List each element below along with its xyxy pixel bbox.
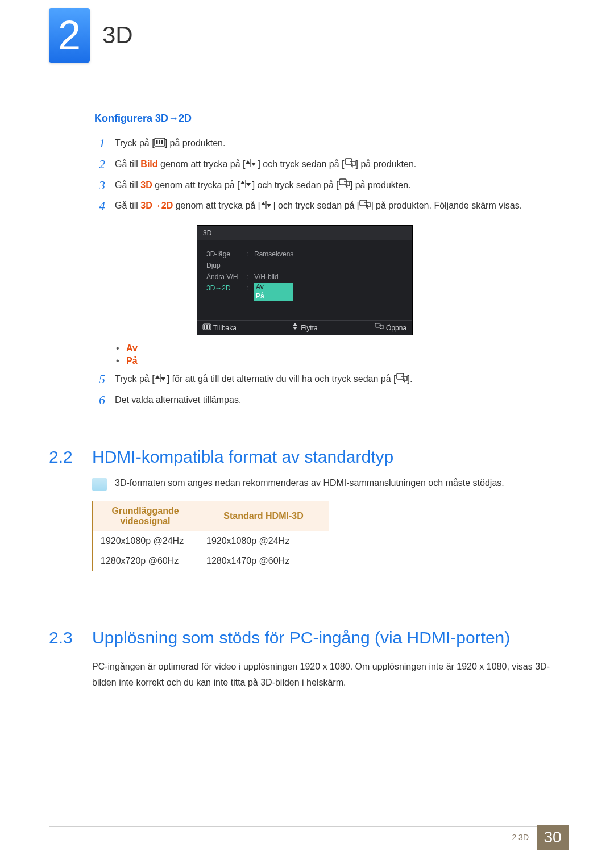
step-number: 3 — [99, 178, 115, 193]
section-title: Upplösning som stöds för PC-ingång (via … — [92, 628, 510, 647]
svg-rect-10 — [209, 325, 210, 329]
svg-rect-3 — [161, 140, 163, 144]
osd-option: På — [254, 292, 293, 301]
bullet-label: På — [126, 356, 138, 366]
osd-footer-back: Tillbaka — [203, 323, 271, 332]
osd-row: Ändra V/H:V/H-bild — [206, 271, 403, 283]
table-header: Standard HDMI-3D — [198, 501, 329, 531]
page-number: 30 — [537, 825, 569, 850]
up-down-arrows-icon — [260, 198, 273, 213]
text: Gå till — [115, 159, 140, 169]
svg-rect-8 — [204, 325, 205, 329]
svg-rect-9 — [206, 325, 208, 329]
step-number: 4 — [99, 198, 115, 214]
footer-section-label: 2 3D — [512, 833, 529, 842]
text: ] på produkten. — [165, 138, 226, 148]
bullet-dot: • — [116, 356, 126, 366]
text: genom att trycka på [ — [158, 159, 246, 169]
table-row: 1920x1080p @24Hz 1920x1080p @24Hz — [93, 531, 329, 551]
step-3: 3 Gå till 3D genom att trycka på [] och … — [99, 178, 561, 193]
menu-icon — [203, 323, 211, 331]
subheading: Konfigurera 3D→2D — [94, 113, 561, 124]
section-number: 2.3 — [49, 628, 92, 647]
step-number: 5 — [99, 372, 115, 387]
text: ] på produkten. — [356, 159, 417, 169]
up-down-arrows-icon — [240, 177, 252, 192]
osd-row: 3D→2D: Av På — [206, 283, 403, 301]
osd-row: Djup — [206, 260, 403, 271]
table-row: 1280x720p @60Hz 1280x1470p @60Hz — [93, 551, 329, 571]
text: ] för att gå till det alternativ du vill… — [167, 374, 396, 384]
osd-label: Djup — [206, 260, 246, 271]
up-down-arrows-icon — [155, 372, 167, 387]
page-content: Konfigurera 3D→2D 1 Tryck på [] på produ… — [49, 102, 561, 701]
page: 2 3D Konfigurera 3D→2D 1 Tryck på [] på … — [0, 0, 614, 868]
enter-icon — [339, 177, 350, 192]
hdmi-format-table: Grundläggande videosignal Standard HDMI-… — [92, 501, 329, 571]
text: ]. — [408, 374, 413, 384]
text: genom att trycka på [ — [173, 201, 260, 210]
text: ] på produkten. — [350, 180, 411, 190]
step-2: 2 Gå till Bild genom att trycka på [] oc… — [99, 157, 561, 172]
table-cell: 1920x1080p @24Hz — [198, 531, 329, 551]
section-heading-2-2: 2.2 HDMI-kompatibla format av standardty… — [49, 447, 561, 467]
paragraph: PC-ingången är optimerad för video i upp… — [92, 659, 561, 691]
table-cell: 1280x720p @60Hz — [93, 551, 198, 571]
step-4: 4 Gå till 3D→2D genom att trycka på [] o… — [99, 198, 561, 214]
text: genom att trycka på [ — [152, 180, 240, 190]
osd-body: 3D-läge:Ramsekvens Djup Ändra V/H:V/H-bi… — [197, 240, 412, 320]
step-body: Gå till Bild genom att trycka på [] och … — [115, 157, 416, 172]
text: Gå till — [115, 201, 140, 210]
text: ] och tryck sedan på [ — [258, 159, 344, 169]
bullet-label: Av — [126, 343, 138, 354]
bold-text: Bild — [140, 159, 157, 169]
note-text: 3D-formaten som anges nedan rekommendera… — [115, 478, 504, 488]
osd-option-selected: Av — [254, 283, 293, 292]
table-header: Grundläggande videosignal — [93, 501, 198, 531]
page-footer: 2 3D 30 — [49, 826, 614, 854]
osd-footer: Tillbaka Flytta Öppna — [197, 320, 412, 335]
osd-value: Ramsekvens — [254, 248, 293, 260]
section-heading-2-3: 2.3 Upplösning som stöds för PC-ingång (… — [49, 628, 561, 647]
svg-rect-2 — [159, 140, 160, 144]
updown-icon — [292, 323, 298, 331]
step-body: Gå till 3D genom att trycka på [] och tr… — [115, 178, 410, 193]
osd-title: 3D — [197, 226, 412, 240]
step-body: Tryck på [] på produkten. — [115, 136, 225, 151]
svg-rect-1 — [156, 140, 158, 144]
step-number: 2 — [99, 157, 115, 172]
osd-row: 3D-läge:Ramsekvens — [206, 248, 403, 260]
text: Tryck på [ — [115, 138, 155, 148]
osd-label-active: 3D→2D — [206, 283, 246, 301]
chapter-header: 2 3D — [49, 8, 133, 63]
section-title: HDMI-kompatibla format av standardtyp — [92, 447, 393, 467]
step-6: 6 Det valda alternativet tillämpas. — [99, 393, 561, 408]
osd-footer-move: Flytta — [271, 323, 338, 332]
table-cell: 1920x1080p @24Hz — [93, 531, 198, 551]
step-body: Tryck på [] för att gå till det alternat… — [115, 372, 412, 387]
chapter-number-badge: 2 — [49, 8, 90, 63]
enter-icon — [359, 198, 371, 213]
text: ] och tryck sedan på [ — [252, 180, 339, 190]
text: Det valda alternativet tillämpas. — [115, 395, 241, 405]
bold-text: 3D→2D — [140, 201, 173, 210]
footer-divider — [49, 826, 546, 827]
bold-text: 3D — [140, 180, 152, 190]
menu-icon — [155, 136, 165, 151]
enter-icon — [345, 157, 356, 172]
note-block: 3D-formaten som anges nedan rekommendera… — [92, 478, 561, 491]
bullet-dot: • — [116, 343, 126, 354]
text: Gå till — [115, 180, 140, 190]
text: ] på produkten. Följande skärm visas. — [371, 201, 522, 210]
osd-footer-open: Öppna — [339, 323, 406, 332]
bullet-item: •På — [116, 356, 561, 366]
table-cell: 1280x1470p @60Hz — [198, 551, 329, 571]
osd-screenshot: 3D 3D-läge:Ramsekvens Djup Ändra V/H:V/H… — [197, 225, 413, 335]
enter-icon — [396, 372, 408, 387]
enter-icon — [375, 323, 384, 331]
osd-label: Ändra V/H — [206, 271, 246, 283]
step-1: 1 Tryck på [] på produkten. — [99, 136, 561, 151]
chapter-title: 3D — [102, 22, 133, 49]
text: Tryck på [ — [115, 374, 155, 384]
step-number: 1 — [99, 136, 115, 151]
